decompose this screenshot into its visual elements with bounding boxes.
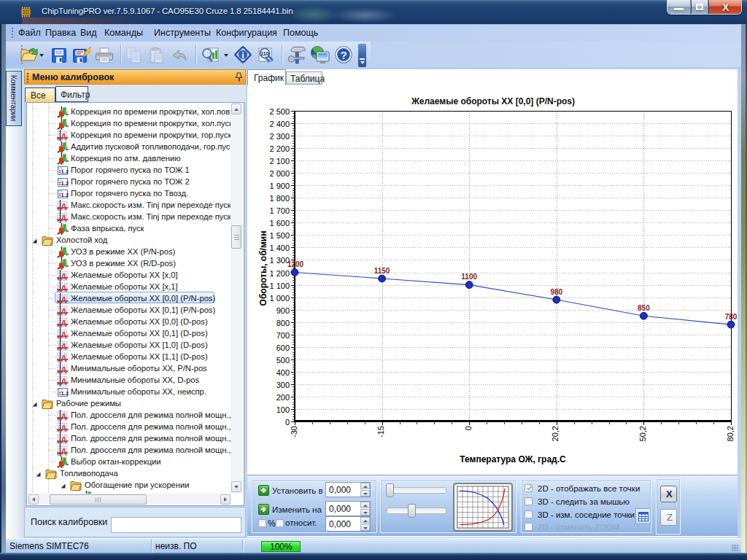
svg-text:100: 100 <box>276 405 290 414</box>
svg-text:Желаемые обороты ХХ [0,0] (P/N: Желаемые обороты ХХ [0,0] (P/N-pos) <box>411 96 575 106</box>
svg-text:400: 400 <box>276 368 290 377</box>
svg-text:1150: 1150 <box>374 267 390 275</box>
svg-text:700: 700 <box>276 331 290 340</box>
svg-text:1 200: 1 200 <box>269 269 290 278</box>
svg-text:500: 500 <box>276 356 290 365</box>
svg-text:1 000: 1 000 <box>269 294 290 303</box>
svg-text:Температура ОЖ, град.С: Температура ОЖ, град.С <box>460 454 566 464</box>
svg-text:2 100: 2 100 <box>269 157 290 166</box>
svg-text:2 000: 2 000 <box>269 169 290 178</box>
svg-text:1 100: 1 100 <box>269 281 290 290</box>
svg-text:1 500: 1 500 <box>269 231 290 240</box>
svg-text:0: 0 <box>464 426 473 430</box>
svg-text:2 200: 2 200 <box>269 144 290 153</box>
svg-text:110: 110 <box>260 51 268 56</box>
svg-text:Обороты, об/мин: Обороты, об/мин <box>258 231 268 306</box>
svg-text:1 900: 1 900 <box>269 182 290 190</box>
svg-text:980: 980 <box>550 288 562 296</box>
svg-text:-30: -30 <box>290 426 298 438</box>
svg-text:850: 850 <box>638 304 650 312</box>
svg-text:1.2: 1.2 <box>61 192 69 198</box>
svg-text:2 400: 2 400 <box>269 120 290 128</box>
svg-text:-15: -15 <box>376 426 385 438</box>
svg-text:1.2: 1.2 <box>61 180 69 187</box>
svg-text:1100: 1100 <box>461 273 477 281</box>
svg-text:1200: 1200 <box>287 260 304 268</box>
svg-text:?: ? <box>340 49 347 61</box>
svg-text:1 800: 1 800 <box>269 194 290 203</box>
svg-text:0: 0 <box>285 418 290 427</box>
svg-text:1 700: 1 700 <box>269 206 290 215</box>
svg-text:1 600: 1 600 <box>269 219 290 228</box>
svg-text:2 500: 2 500 <box>269 107 290 116</box>
svg-text:200: 200 <box>276 393 290 402</box>
svg-text:1.2: 1.2 <box>61 168 69 175</box>
svg-text:2 300: 2 300 <box>269 132 290 141</box>
svg-text:800: 800 <box>276 319 290 327</box>
svg-text:80,2: 80,2 <box>726 426 735 441</box>
svg-text:300: 300 <box>276 381 290 389</box>
svg-text:600: 600 <box>276 343 290 352</box>
svg-text:50,2: 50,2 <box>638 426 647 441</box>
svg-text:900: 900 <box>276 306 290 315</box>
svg-text:1 400: 1 400 <box>269 244 290 252</box>
svg-text:780: 780 <box>725 313 738 321</box>
svg-text:1 300: 1 300 <box>269 256 290 265</box>
svg-text:20,2: 20,2 <box>551 426 560 441</box>
svg-text:1.2: 1.2 <box>61 390 69 397</box>
